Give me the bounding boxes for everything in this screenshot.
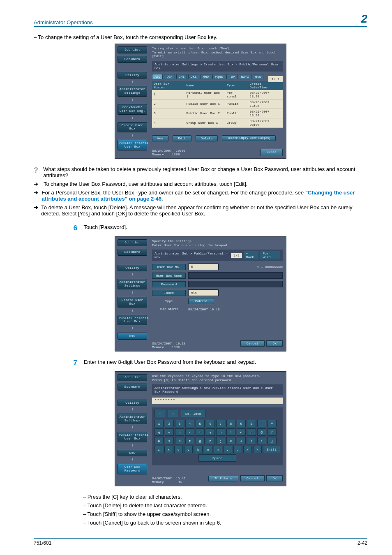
kb-key[interactable]: 4 xyxy=(185,420,194,427)
kb-key[interactable]: y xyxy=(206,428,215,436)
side-job-list[interactable]: Job List xyxy=(118,374,147,381)
kb-key[interactable]: w xyxy=(165,428,174,436)
side-create-userbox[interactable]: Create User Box xyxy=(118,297,147,308)
side-admin-settings[interactable]: Administrator Settings xyxy=(118,414,147,424)
cancel-button[interactable]: Cancel xyxy=(240,340,265,347)
ok-button[interactable]: OK xyxy=(266,475,283,481)
kb-shift[interactable]: Shift xyxy=(263,446,280,453)
kb-key[interactable]: s xyxy=(165,437,174,444)
kb-key[interactable]: 3 xyxy=(175,420,184,427)
kb-key[interactable]: r xyxy=(185,428,194,436)
type-public-button[interactable]: Public xyxy=(188,298,214,304)
kb-key[interactable]: h xyxy=(206,437,215,444)
kb-key[interactable]: p xyxy=(247,428,256,436)
kb-key[interactable]: d xyxy=(175,437,184,444)
side-bookmark[interactable]: Bookmark xyxy=(118,384,147,391)
delete-empty-button[interactable]: Delete Empty User Box(es) xyxy=(222,135,276,141)
side-job-list[interactable]: Job List xyxy=(118,46,147,53)
close-button[interactable]: Close xyxy=(261,149,283,156)
kb-key[interactable]: k xyxy=(226,437,235,444)
kb-key[interactable]: . xyxy=(233,446,242,453)
index-def[interactable]: DEF xyxy=(164,74,175,79)
side-admin-settings[interactable]: Administrator Settings xyxy=(118,86,147,97)
ok-button[interactable]: OK xyxy=(266,340,283,347)
kb-key[interactable]: f xyxy=(185,437,194,444)
kb-key[interactable]: b xyxy=(194,446,203,453)
index-mno[interactable]: MNO xyxy=(201,74,211,79)
table-row[interactable]: 4Group User Box 1Group08/21/2007 08:07 xyxy=(152,118,283,127)
table-row[interactable]: 3Public User Box 2Public08/20/2007 15:52 xyxy=(152,109,283,118)
kb-key[interactable]: : xyxy=(257,437,266,444)
userboxname-button[interactable]: User Box Name xyxy=(152,273,186,279)
index-wxyz[interactable]: WXYZ xyxy=(239,74,251,79)
kb-key[interactable]: 0 xyxy=(247,420,256,427)
kb-space[interactable]: Space xyxy=(198,454,236,462)
kb-key[interactable]: [ xyxy=(267,428,277,436)
kb-key[interactable]: g xyxy=(196,437,205,444)
kb-key[interactable]: 2 xyxy=(165,420,174,427)
kb-key[interactable]: - xyxy=(257,420,266,427)
index-pqrs[interactable]: PQRS xyxy=(212,74,225,79)
kb-key[interactable]: ] xyxy=(267,437,277,444)
side-public-personal[interactable]: Public/Personal User Box xyxy=(118,315,147,326)
kb-key[interactable]: v xyxy=(184,446,193,453)
kb-key[interactable]: 6 xyxy=(206,420,215,427)
kb-key[interactable]: m xyxy=(214,446,222,453)
kb-right-arrow[interactable]: → xyxy=(168,410,178,417)
kb-key[interactable]: \ xyxy=(253,446,262,453)
table-row[interactable]: 1Personal User Box 1Per- sonal08/20/2007… xyxy=(152,90,283,99)
kb-key[interactable]: c xyxy=(174,446,183,453)
kb-key[interactable]: / xyxy=(243,446,252,453)
index-etc[interactable]: etc xyxy=(253,74,263,79)
kb-key[interactable]: , xyxy=(224,446,232,453)
kb-key[interactable]: u xyxy=(216,428,225,436)
kb-key[interactable]: j xyxy=(216,437,225,444)
kb-key[interactable]: e xyxy=(175,428,184,436)
index-tuv[interactable]: TUV xyxy=(226,74,237,79)
kb-key[interactable]: 1 xyxy=(154,420,164,427)
side-userbox-password[interactable]: User Box Password xyxy=(118,464,147,474)
index-ghi[interactable]: GHI xyxy=(176,74,187,79)
side-new[interactable]: New xyxy=(118,333,147,340)
kb-key[interactable]: l xyxy=(237,437,246,444)
side-utility[interactable]: Utility xyxy=(118,265,147,272)
delete-button[interactable]: Delete xyxy=(196,135,218,141)
side-create-userbox[interactable]: Create User Box xyxy=(118,122,147,133)
index-jkl[interactable]: JKL xyxy=(188,74,199,79)
kb-key[interactable]: 9 xyxy=(237,420,246,427)
side-utility[interactable]: Utility xyxy=(118,400,147,407)
table-row[interactable]: 2Public User Box 1Public08/20/2007 15:36 xyxy=(152,99,283,109)
kb-key[interactable]: i xyxy=(226,428,235,436)
kb-key[interactable]: o xyxy=(237,428,246,436)
enlarge-button[interactable]: 🔍 Enlarge xyxy=(208,476,238,481)
kb-key[interactable]: x xyxy=(164,446,173,453)
side-bookmark[interactable]: Bookmark xyxy=(118,56,147,63)
kb-key[interactable]: q xyxy=(154,428,164,436)
kb-key[interactable]: n xyxy=(204,446,212,453)
side-onetouch[interactable]: One-Touch/ User Box Reg. xyxy=(118,104,147,115)
side-bookmark[interactable]: Bookmark xyxy=(118,249,147,256)
forward-button[interactable]: For- ward xyxy=(260,251,280,259)
side-admin-settings[interactable]: Administrator Settings xyxy=(118,279,147,289)
kb-key[interactable]: ; xyxy=(247,437,256,444)
kb-key[interactable]: 7 xyxy=(216,420,225,427)
kb-key[interactable]: ^ xyxy=(267,420,277,427)
kb-left-arrow[interactable]: ← xyxy=(154,410,165,417)
userboxno-value[interactable]: 5 xyxy=(188,264,219,270)
kb-key[interactable]: z xyxy=(154,446,163,453)
password-button[interactable]: Password xyxy=(152,281,186,287)
kb-key[interactable]: t xyxy=(196,428,205,436)
kb-delete[interactable]: De- lete xyxy=(181,410,205,417)
edit-button[interactable]: Edit xyxy=(173,135,191,141)
back-button[interactable]: ← Back xyxy=(244,251,258,259)
cancel-button[interactable]: Cancel xyxy=(240,475,265,481)
kb-key[interactable]: a xyxy=(154,437,164,444)
new-button[interactable]: New xyxy=(152,135,168,141)
side-public-personal[interactable]: Public/Personal User Box xyxy=(118,140,147,150)
kb-key[interactable]: @ xyxy=(257,428,266,436)
kb-key[interactable]: 5 xyxy=(196,420,205,427)
side-new[interactable]: New xyxy=(118,450,147,457)
kb-key[interactable]: 8 xyxy=(226,420,235,427)
index-abc[interactable]: ABC xyxy=(152,74,163,79)
side-utility[interactable]: Utility xyxy=(118,72,147,79)
